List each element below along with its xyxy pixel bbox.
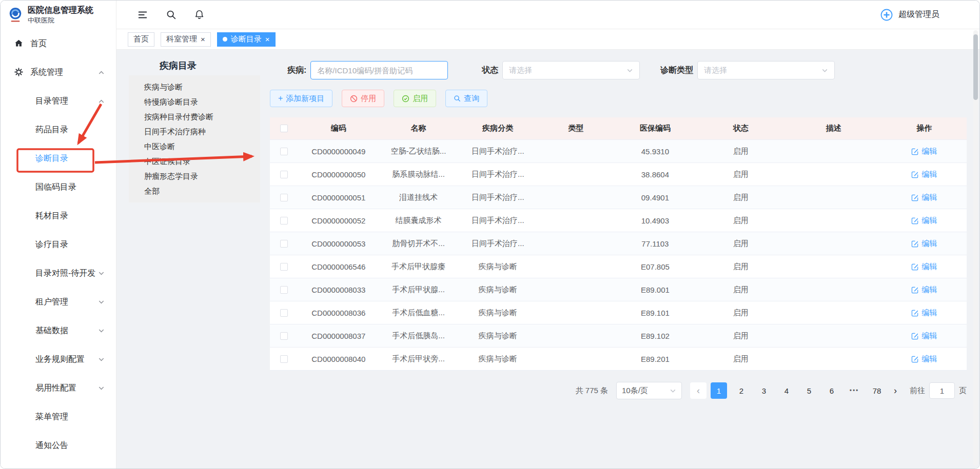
- edit-button[interactable]: 编辑: [911, 147, 937, 156]
- edit-icon: [911, 263, 919, 271]
- type-cell: [537, 301, 614, 324]
- collapse-menu-icon[interactable]: [137, 9, 148, 21]
- sidebar-item-usability-config[interactable]: 易用性配置: [1, 374, 116, 402]
- row-checkbox[interactable]: [280, 194, 288, 201]
- sidebar-item-national-code-catalog[interactable]: 国临码目录: [1, 173, 116, 201]
- sidebar-item-catalog-management[interactable]: 目录管理: [1, 87, 116, 115]
- catalog-item[interactable]: 全部: [129, 183, 260, 198]
- sidebar-item-drug-catalog[interactable]: 药品目录: [1, 115, 116, 144]
- select-all-checkbox[interactable]: [280, 125, 288, 132]
- status-select[interactable]: 请选择: [502, 61, 640, 79]
- status-cell: 启用: [696, 163, 786, 186]
- tab-label: 科室管理: [166, 34, 197, 44]
- sidebar-item-label: 系统管理: [30, 67, 63, 78]
- sidebar-item-catalog-mapping[interactable]: 目录对照-待开发: [1, 259, 116, 288]
- sidebar-item-business-rule-config[interactable]: 业务规则配置: [1, 345, 116, 374]
- edit-button[interactable]: 编辑: [911, 308, 937, 318]
- tab-home[interactable]: 首页: [128, 32, 154, 47]
- enable-button[interactable]: 启用: [394, 90, 436, 107]
- insurance-code-cell: 09.4901: [614, 186, 696, 209]
- page-button[interactable]: 6: [824, 382, 840, 399]
- sidebar-item-diagnosis-catalog[interactable]: 诊断目录: [1, 144, 116, 173]
- disease-catalog-panel: 疾病目录 疾病与诊断特慢病诊断目录按病种目录付费诊断日间手术治疗病种中医诊断中医…: [129, 57, 260, 202]
- row-checkbox[interactable]: [280, 171, 288, 178]
- prev-page-button[interactable]: ‹: [690, 382, 707, 399]
- catalog-item[interactable]: 中医证候目录: [129, 154, 260, 169]
- row-checkbox[interactable]: [280, 309, 288, 317]
- edit-label: 编辑: [922, 239, 937, 249]
- sidebar-item-treatment-catalog[interactable]: 诊疗目录: [1, 230, 116, 259]
- catalog-item[interactable]: 疾病与诊断: [129, 79, 260, 94]
- page-size-select[interactable]: 10条/页: [616, 382, 682, 399]
- edit-label: 编辑: [922, 170, 937, 179]
- next-page-button[interactable]: ›: [888, 382, 903, 399]
- table-header-row: 编码名称疾病分类类型医保编码状态描述操作: [270, 117, 967, 140]
- page-button[interactable]: 4: [778, 382, 795, 399]
- sidebar-item-notice[interactable]: 通知公告: [1, 431, 116, 460]
- row-checkbox[interactable]: [280, 240, 288, 248]
- page-button[interactable]: 2: [733, 382, 750, 399]
- catalog-item[interactable]: 按病种目录付费诊断: [129, 109, 260, 124]
- edit-button[interactable]: 编辑: [911, 331, 937, 341]
- edit-button[interactable]: 编辑: [911, 354, 937, 364]
- edit-button[interactable]: 编辑: [911, 239, 937, 249]
- disable-button[interactable]: 停用: [342, 90, 384, 107]
- scrollbar-track[interactable]: [973, 30, 978, 466]
- edit-button[interactable]: 编辑: [911, 170, 937, 179]
- edit-button[interactable]: 编辑: [911, 285, 937, 295]
- page-button[interactable]: 3: [756, 382, 772, 399]
- row-checkbox[interactable]: [280, 286, 288, 294]
- row-checkbox[interactable]: [280, 263, 288, 271]
- sidebar-item-system-management[interactable]: 系统管理: [1, 58, 116, 87]
- query-button[interactable]: 查询: [445, 90, 487, 107]
- tab-close-icon[interactable]: ×: [265, 35, 270, 43]
- sidebar-item-label: 目录管理: [35, 96, 68, 107]
- page-button[interactable]: 5: [801, 382, 817, 399]
- row-checkbox[interactable]: [280, 148, 288, 155]
- catalog-item[interactable]: 肿瘤形态学目录: [129, 169, 260, 183]
- tab-label: 首页: [133, 34, 149, 44]
- main-panel: 疾病: 状态 请选择 诊断类型 请选择: [270, 50, 967, 399]
- sidebar-item-consumable-catalog[interactable]: 耗材目录: [1, 201, 116, 230]
- user-menu[interactable]: 超级管理员: [880, 8, 939, 22]
- chevron-down-icon: [670, 388, 676, 394]
- scrollbar-thumb[interactable]: [973, 34, 978, 100]
- disease-search-input[interactable]: [310, 61, 448, 79]
- description-cell: [786, 301, 882, 324]
- tab-diagnosis-catalog[interactable]: 诊断目录×: [217, 32, 276, 47]
- add-item-button[interactable]: + 添加新项目: [270, 90, 332, 107]
- row-checkbox[interactable]: [280, 332, 288, 340]
- bell-icon[interactable]: [194, 9, 205, 20]
- category-cell: 日间手术治疗...: [458, 209, 537, 232]
- sidebar-item-home[interactable]: 首页: [1, 29, 116, 58]
- sidebar-item-menu-management[interactable]: 菜单管理: [1, 402, 116, 431]
- edit-button[interactable]: 编辑: [911, 262, 937, 272]
- catalog-item[interactable]: 特慢病诊断目录: [129, 94, 260, 109]
- table-row: CD0000000053肋骨切开术不...日间手术治疗...77.1103启用编…: [270, 232, 967, 255]
- diagnosis-type-select[interactable]: 请选择: [697, 61, 835, 79]
- insurance-code-cell: 77.1103: [614, 232, 696, 255]
- active-tab-dot-icon: [223, 37, 227, 42]
- catalog-item[interactable]: 日间手术治疗病种: [129, 124, 260, 139]
- sidebar-item-tenant-management[interactable]: 租户管理: [1, 288, 116, 316]
- catalog-item[interactable]: 中医诊断: [129, 139, 260, 154]
- tab-close-icon[interactable]: ×: [201, 35, 205, 43]
- tab-department-management[interactable]: 科室管理×: [161, 32, 211, 47]
- sidebar-item-base-data[interactable]: 基础数据: [1, 316, 116, 345]
- status-cell: 启用: [696, 255, 786, 278]
- edit-button[interactable]: 编辑: [911, 193, 937, 202]
- edit-button[interactable]: 编辑: [911, 216, 937, 226]
- search-icon[interactable]: [166, 9, 177, 20]
- page-button[interactable]: 1: [711, 382, 727, 399]
- jump-page-input[interactable]: [929, 382, 955, 399]
- row-checkbox[interactable]: [280, 217, 288, 225]
- insurance-code-cell: 45.9310: [614, 140, 696, 162]
- edit-icon: [911, 240, 919, 248]
- row-checkbox[interactable]: [280, 355, 288, 363]
- code-cell: CD0000008036: [299, 301, 379, 324]
- pagination-more[interactable]: •••: [846, 382, 863, 399]
- name-cell: 手术后甲状旁...: [379, 348, 459, 370]
- page-button[interactable]: 78: [869, 382, 885, 399]
- sidebar-item-label: 药品目录: [35, 125, 68, 135]
- table-body: CD0000000049空肠-乙状结肠...日间手术治疗...45.9310启用…: [270, 140, 967, 371]
